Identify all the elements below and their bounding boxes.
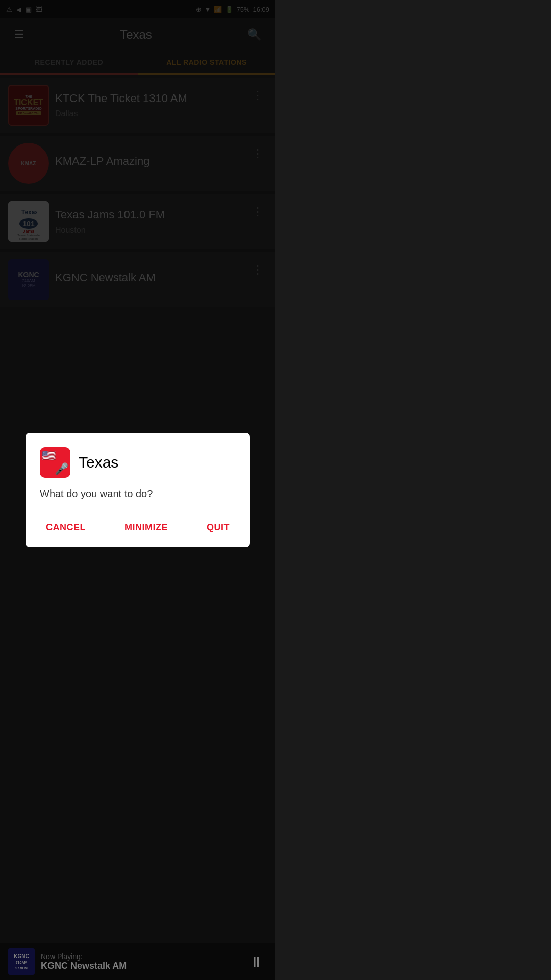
dialog-title: Texas [79, 454, 118, 471]
dialog-header: 🇺🇸 🎤 Texas [40, 447, 236, 478]
dialog: 🇺🇸 🎤 Texas What do you want to do? CANCE… [26, 433, 250, 547]
dialog-overlay: 🇺🇸 🎤 Texas What do you want to do? CANCE… [0, 0, 276, 612]
app-icon: 🇺🇸 🎤 [40, 447, 70, 478]
flag-icon: 🇺🇸 [42, 449, 56, 462]
mic-icon: 🎤 [55, 462, 68, 476]
cancel-button[interactable]: CANCEL [40, 518, 92, 537]
minimize-button[interactable]: MINIMIZE [118, 518, 174, 537]
dialog-message: What do you want to do? [40, 488, 236, 500]
dialog-actions: CANCEL MINIMIZE QUIT [40, 514, 236, 537]
quit-button[interactable]: QUIT [201, 518, 236, 537]
